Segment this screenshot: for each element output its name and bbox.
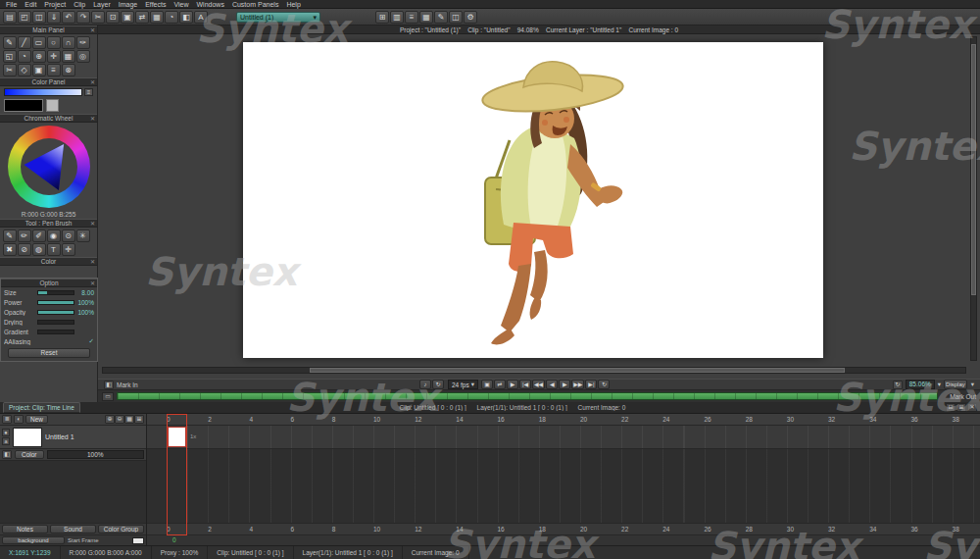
clip-selector[interactable]: Untitled (1) ▾ [236,12,320,23]
timeline-icon[interactable]: ≡ [405,11,418,24]
marker-brush[interactable]: ✐ [32,229,46,242]
layer-row[interactable]: ● a Untitled 1 [0,426,146,449]
vertical-scrollbar-thumb[interactable] [971,44,976,296]
undo-icon[interactable]: ↶ [62,11,75,24]
frame-marker-row[interactable]: 0 [147,535,980,545]
new-file-icon[interactable]: ▤ [3,11,17,24]
cut-tool[interactable]: ✂ [3,64,17,76]
opacity-slider[interactable] [37,310,74,315]
menu-item[interactable]: View [170,0,192,9]
drying-field[interactable] [37,320,74,325]
pen-tool[interactable]: ✑ [76,36,90,49]
vertical-scrollbar[interactable] [970,36,977,361]
onion-skin-icon[interactable]: ◔ [165,11,178,24]
menu-item[interactable]: Custom Panels [228,0,282,9]
power-slider[interactable] [37,300,74,305]
text-tool-icon[interactable]: A [194,11,208,24]
frame-ruler-bottom[interactable]: 02468101214161820222426283032343638 [147,524,980,535]
magnifier-tool[interactable]: ◎ [76,50,90,63]
save-icon[interactable]: ◫ [32,11,46,24]
move-tool[interactable]: ✛ [47,50,61,63]
select-ellipse-tool[interactable]: ◔ [18,50,31,63]
layer-color-icon[interactable]: ◧ [2,450,12,459]
layer-visibility-icon[interactable]: ● [2,429,10,436]
chevron-down-icon[interactable]: ▾ [938,381,941,388]
sync-button[interactable]: ↻ [432,380,444,389]
cut-icon[interactable]: ✂ [91,11,105,24]
redo-icon[interactable]: ↷ [76,11,90,24]
track-button[interactable]: Sound [50,525,96,534]
scrubber-icon[interactable]: ▭ [102,392,114,401]
flip-icon[interactable]: ⇄ [135,11,149,24]
close-icon[interactable]: ✕ [967,403,977,412]
rooms-icon[interactable]: ◫ [449,11,463,24]
aaliasing-checkbox[interactable] [37,339,74,344]
zoom-value[interactable]: 85.06% [906,380,935,389]
canvas-area[interactable] [98,34,980,379]
text-tool[interactable]: T [47,243,61,256]
panels-icon[interactable]: ⊞ [375,11,389,24]
timeline-tab[interactable]: Project: Clip: Time Line [3,402,80,413]
last-frame-button[interactable]: ▶| [585,380,597,389]
expand-icon[interactable]: ⊞ [956,403,966,412]
first-frame-button[interactable]: |◀ [519,380,531,389]
panto-tool[interactable]: ≡ [47,64,61,76]
grid-tool[interactable]: ▦ [62,50,75,63]
aaliasing-checkmark[interactable]: ✓ [76,337,94,345]
eraser-brush[interactable]: ✖ [3,243,17,256]
pencil-brush[interactable]: ✏ [18,229,31,242]
track-button[interactable]: Color Group [98,525,144,534]
background-selector[interactable]: background [2,536,65,544]
stamp-brush[interactable]: ⊙ [62,229,75,242]
menu-item[interactable]: Edit [21,0,40,9]
spray-brush[interactable]: ✳ [76,229,90,242]
layer-frame-track[interactable]: 1x [147,426,980,449]
fill-tool[interactable]: ▣ [32,64,46,76]
pen-brush[interactable]: ✎ [3,229,17,242]
primary-color-swatch[interactable] [4,99,43,112]
wand-tool[interactable]: ⊗ [62,64,75,76]
grid-icon[interactable]: ▦ [150,11,164,24]
paste-icon[interactable]: ▣ [121,11,134,24]
horizontal-scrollbar-thumb[interactable] [310,368,845,373]
notes-icon[interactable]: ✎ [434,11,448,24]
hand-tool[interactable]: ✛ [62,243,75,256]
menu-item[interactable]: Image [115,0,141,9]
select-add-tool[interactable]: ⊕ [32,50,46,63]
secondary-color-swatch[interactable] [46,99,59,112]
chromatic-wheel[interactable] [8,126,90,208]
gradient-field[interactable] [37,330,74,334]
blur-brush[interactable]: ◍ [32,243,46,256]
pencil-tool[interactable]: ✎ [3,36,17,49]
track-button[interactable]: Notes [2,525,48,534]
menu-item[interactable]: Windows [193,0,228,9]
xsheet-icon[interactable]: ▦ [419,11,433,24]
copy-icon[interactable]: ⊡ [106,11,120,24]
import-icon[interactable]: ⇓ [47,11,61,24]
timeline-scrubber[interactable] [117,392,938,400]
menu-item[interactable]: Help [282,0,304,9]
smudge-brush[interactable]: ⊘ [18,243,31,256]
layer-name[interactable]: Untitled 1 [45,433,74,440]
layer-opacity-field[interactable]: 100% [47,450,144,459]
slider-stepper-icon[interactable]: ≡ [84,88,93,96]
light-table-icon[interactable]: ◧ [179,11,193,24]
prev-key-button[interactable]: ◀◀ [532,380,545,389]
mark-in-icon[interactable]: ◧ [104,381,114,389]
timeline-grid-area[interactable] [147,449,980,524]
reset-button[interactable]: Reset [8,348,90,358]
half-display-icon[interactable]: ◐ [14,415,24,424]
blue-channel-slider[interactable] [4,88,82,96]
menu-item[interactable]: Effects [141,0,170,9]
frame-ruler-top[interactable]: 02468101214161820222426283032343638 [147,414,980,426]
remove-layer-button[interactable]: ⊖ [115,415,124,424]
ellipse-tool[interactable]: ○ [47,36,61,49]
prev-frame-button[interactable]: ◀ [546,380,558,389]
start-frame-swatch[interactable] [132,537,144,544]
layer-color-button[interactable]: Color [15,450,44,459]
close-icon[interactable]: ✕ [90,280,95,288]
settings-icon[interactable]: ⚙ [464,11,477,24]
layer-select-icon[interactable]: a [2,437,10,445]
size-slider[interactable] [37,290,74,295]
flipbook-button[interactable]: ⇄ [494,380,506,389]
